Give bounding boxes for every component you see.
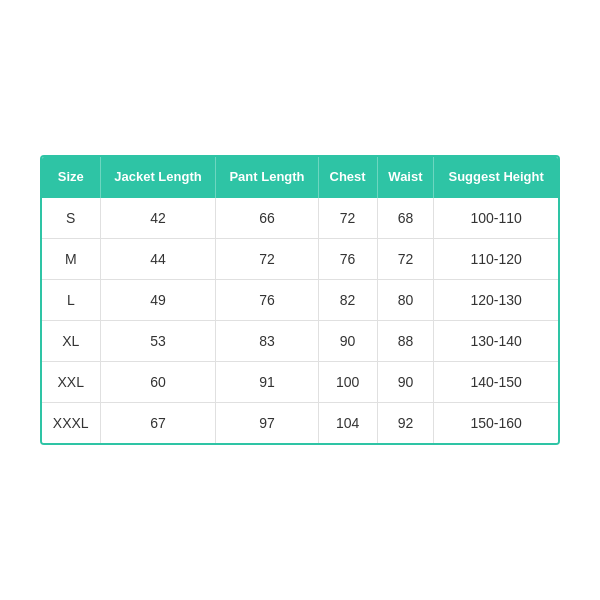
cell-chest: 76 <box>318 238 377 279</box>
table-row: XXXL679710492150-160 <box>42 402 558 443</box>
size-chart-container: Size Jacket Length Pant Length Chest Wai… <box>40 155 560 445</box>
cell-chest: 82 <box>318 279 377 320</box>
cell-pant_length: 83 <box>216 320 318 361</box>
cell-chest: 90 <box>318 320 377 361</box>
size-chart-table: Size Jacket Length Pant Length Chest Wai… <box>42 157 558 443</box>
cell-jacket_length: 49 <box>100 279 216 320</box>
cell-chest: 104 <box>318 402 377 443</box>
cell-jacket_length: 53 <box>100 320 216 361</box>
cell-waist: 72 <box>377 238 434 279</box>
cell-size: S <box>42 198 100 239</box>
table-row: M44727672110-120 <box>42 238 558 279</box>
cell-size: L <box>42 279 100 320</box>
table-row: XL53839088130-140 <box>42 320 558 361</box>
cell-waist: 88 <box>377 320 434 361</box>
cell-size: XXXL <box>42 402 100 443</box>
cell-jacket_length: 60 <box>100 361 216 402</box>
col-size: Size <box>42 157 100 198</box>
cell-jacket_length: 44 <box>100 238 216 279</box>
cell-pant_length: 76 <box>216 279 318 320</box>
cell-waist: 92 <box>377 402 434 443</box>
col-suggest-height: Suggest Height <box>434 157 558 198</box>
cell-size: XXL <box>42 361 100 402</box>
col-jacket-length: Jacket Length <box>100 157 216 198</box>
cell-suggest_height: 150-160 <box>434 402 558 443</box>
table-body: S42667268100-110M44727672110-120L4976828… <box>42 198 558 443</box>
cell-pant_length: 91 <box>216 361 318 402</box>
table-header: Size Jacket Length Pant Length Chest Wai… <box>42 157 558 198</box>
table-row: XXL609110090140-150 <box>42 361 558 402</box>
cell-jacket_length: 42 <box>100 198 216 239</box>
cell-pant_length: 66 <box>216 198 318 239</box>
cell-suggest_height: 100-110 <box>434 198 558 239</box>
table-row: L49768280120-130 <box>42 279 558 320</box>
cell-waist: 90 <box>377 361 434 402</box>
cell-pant_length: 72 <box>216 238 318 279</box>
cell-chest: 72 <box>318 198 377 239</box>
cell-suggest_height: 130-140 <box>434 320 558 361</box>
table-row: S42667268100-110 <box>42 198 558 239</box>
cell-suggest_height: 110-120 <box>434 238 558 279</box>
cell-waist: 68 <box>377 198 434 239</box>
cell-size: M <box>42 238 100 279</box>
col-chest: Chest <box>318 157 377 198</box>
cell-jacket_length: 67 <box>100 402 216 443</box>
header-row: Size Jacket Length Pant Length Chest Wai… <box>42 157 558 198</box>
cell-chest: 100 <box>318 361 377 402</box>
col-waist: Waist <box>377 157 434 198</box>
cell-suggest_height: 120-130 <box>434 279 558 320</box>
cell-size: XL <box>42 320 100 361</box>
cell-waist: 80 <box>377 279 434 320</box>
cell-pant_length: 97 <box>216 402 318 443</box>
cell-suggest_height: 140-150 <box>434 361 558 402</box>
col-pant-length: Pant Length <box>216 157 318 198</box>
